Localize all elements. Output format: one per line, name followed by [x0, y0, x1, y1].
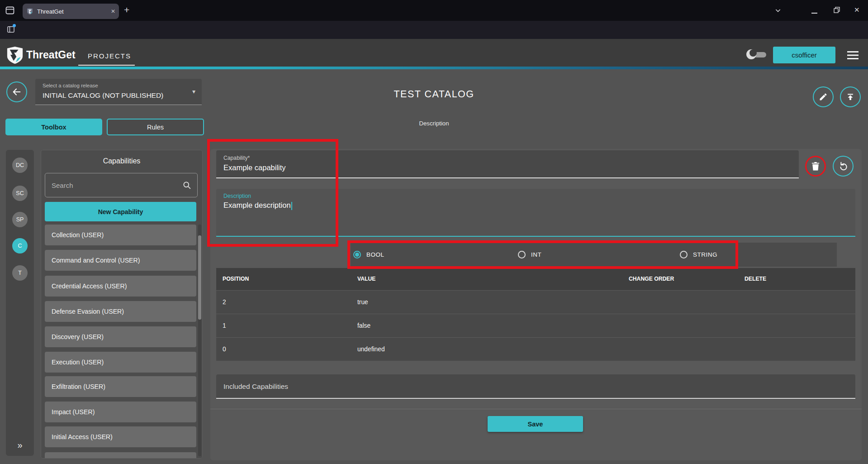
rail-item-c[interactable]: C — [12, 238, 28, 254]
capability-form-panel: Capability* Example capability Descripti… — [210, 149, 862, 460]
cell-value: undefined — [357, 338, 385, 361]
type-radio-group: BOOL INT STRING — [351, 243, 837, 267]
browser-tab-bar: ThreatGet ✕ + ✕ — [0, 0, 868, 21]
list-item[interactable]: Defense Evasion (USER) — [45, 301, 196, 322]
search-box — [45, 173, 198, 197]
new-capability-button[interactable]: New Capability — [45, 202, 196, 221]
new-tab-button[interactable]: + — [124, 5, 129, 15]
favicon-threatget — [26, 8, 33, 15]
tab-title: ThreatGet — [37, 8, 107, 15]
tab-close-icon[interactable]: ✕ — [111, 8, 115, 14]
list-item[interactable]: Collection (USER) — [45, 225, 196, 245]
publish-upload-button[interactable] — [840, 86, 861, 107]
expand-rail-icon[interactable]: » — [6, 440, 34, 450]
search-input[interactable] — [45, 173, 197, 197]
rail-item-t[interactable]: T — [12, 265, 28, 281]
radio-int[interactable]: INT — [518, 243, 541, 267]
included-capabilities-label: Included Capabilities — [223, 374, 288, 399]
screen: ThreatGet ✕ + ✕ — [0, 0, 868, 464]
brand-title: ThreatGet — [26, 49, 76, 61]
nav-underline — [78, 65, 135, 66]
edit-catalog-button[interactable] — [813, 86, 834, 107]
radio-selected-icon[interactable] — [353, 251, 361, 258]
tab-rules[interactable]: Rules — [107, 119, 204, 135]
browser-nav-bar: http://localhost:4200/#/catalogs/24ed53b… — [0, 21, 868, 39]
radio-unselected-icon[interactable] — [518, 251, 526, 258]
tab-toolbox[interactable]: Toolbox — [5, 119, 102, 135]
scrollbar-thumb[interactable] — [198, 235, 201, 320]
capabilities-title: Capabilities — [41, 157, 202, 165]
nav-projects[interactable]: PROJECTS — [88, 52, 131, 60]
table-row[interactable]: 0 undefined — [216, 337, 855, 361]
search-icon[interactable] — [182, 181, 192, 190]
capability-field[interactable]: Capability* Example capability — [216, 150, 799, 178]
description-field-label: Description — [223, 193, 251, 199]
column-header: VALUE — [357, 268, 375, 290]
cell-value: false — [357, 314, 370, 338]
list-item[interactable]: Initial Access (USER) — [45, 426, 196, 447]
rail-item-sp[interactable]: SP — [12, 212, 28, 227]
radio-label: BOOL — [366, 251, 384, 258]
notification-dot — [13, 24, 16, 27]
description-field-value: Example description — [223, 201, 292, 210]
threatget-logo — [6, 46, 24, 64]
window-restore-button[interactable] — [834, 7, 840, 13]
page-title: TEST CATALOG — [0, 89, 868, 100]
delete-capability-button[interactable] — [805, 156, 826, 177]
description-field[interactable]: Description Example description — [216, 189, 855, 237]
tab-list-chevron-icon[interactable] — [774, 7, 782, 14]
list-item[interactable]: Exfiltration (USER) — [45, 376, 196, 397]
text-cursor — [291, 202, 292, 210]
rail-item-sc[interactable]: SC — [12, 186, 28, 201]
radio-label: INT — [531, 251, 541, 258]
release-select-label: Select a catalog release — [43, 83, 98, 88]
column-header: DELETE — [745, 268, 766, 290]
cell-position: 0 — [223, 338, 226, 361]
list-item[interactable]: Impact (USER) — [45, 402, 196, 422]
radio-bool[interactable]: BOOL — [353, 243, 384, 267]
browser-tab[interactable]: ThreatGet ✕ — [23, 4, 119, 19]
radio-string[interactable]: STRING — [680, 243, 717, 267]
table-row[interactable]: 1 false — [216, 314, 855, 337]
window-minimize-button[interactable] — [811, 13, 817, 14]
list-item[interactable]: Command and Control (USER) — [45, 250, 196, 271]
undo-button[interactable] — [833, 156, 854, 177]
list-item[interactable]: Credential Access (USER) — [45, 276, 196, 297]
app-menu-icon[interactable] — [847, 51, 859, 60]
list-item-partial[interactable] — [45, 452, 196, 459]
app-header: ThreatGet PROJECTS csofficer — [0, 39, 868, 67]
radio-label: STRING — [693, 251, 717, 258]
table-row[interactable]: 2 true — [216, 290, 855, 314]
capability-field-value: Example capability — [223, 163, 286, 172]
firefox-view-icon[interactable] — [5, 5, 15, 16]
cell-position: 1 — [223, 314, 226, 338]
list-item[interactable]: Discovery (USER) — [45, 326, 196, 347]
capability-field-label: Capability* — [223, 155, 250, 161]
cell-position: 2 — [223, 291, 226, 314]
radio-unselected-icon[interactable] — [680, 251, 688, 258]
save-button[interactable]: Save — [488, 416, 583, 432]
category-rail: DC SC SP C T » — [6, 150, 34, 456]
rail-item-dc[interactable]: DC — [12, 158, 28, 173]
list-item[interactable]: Execution (USER) — [45, 352, 196, 373]
user-button[interactable]: csofficer — [773, 47, 835, 63]
list-scrollbar[interactable] — [198, 225, 201, 456]
column-header: POSITION — [223, 268, 249, 290]
capabilities-panel: Capabilities New Capability Collection (… — [41, 150, 203, 459]
values-table-header: POSITION VALUE CHANGE ORDER DELETE — [216, 268, 855, 290]
panel-divider — [210, 409, 862, 409]
sidebar-icon[interactable] — [6, 25, 15, 34]
accent-divider — [0, 67, 868, 69]
column-header: CHANGE ORDER — [629, 268, 674, 290]
window-close-button[interactable]: ✕ — [854, 6, 860, 14]
cell-value: true — [357, 291, 368, 314]
included-capabilities-field[interactable]: Included Capabilities — [216, 374, 855, 399]
moon-icon[interactable] — [745, 48, 757, 60]
